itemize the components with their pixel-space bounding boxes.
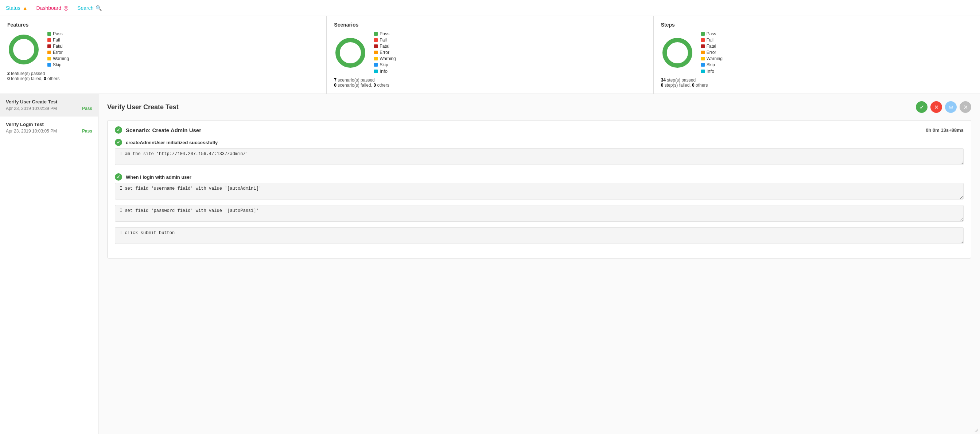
step-header-1: ✓ When I login with admin user [115, 173, 964, 181]
dashboard-label: Dashboard [37, 5, 62, 11]
fail-button[interactable]: ✕ [931, 101, 942, 113]
steps-legend: Pass Fail Fatal Error Warning Skip [701, 31, 722, 67]
step-check-icon-0: ✓ [115, 139, 122, 146]
summary-row: Features Pass Fail Fatal Error Warning S… [0, 16, 980, 94]
scenarios-stats: 7 scenario(s) passed 0 scenario(s) faile… [334, 78, 646, 88]
pass-button[interactable]: ✓ [916, 101, 928, 113]
features-donut [7, 33, 40, 66]
search-icon: 🔍 [95, 5, 102, 11]
sidebar-item-status-1: Pass [82, 128, 92, 134]
svg-point-1 [337, 40, 363, 65]
scenarios-legend: Pass Fail Fatal Error Warning Skip [374, 31, 396, 67]
scenario-check-icon: ✓ [115, 126, 122, 134]
features-panel: Features Pass Fail Fatal Error Warning S… [0, 16, 327, 93]
steps-donut [661, 36, 694, 69]
skip-button[interactable]: ✕ [959, 101, 971, 113]
scenarios-panel: Scenarios Pass Fail Fatal Error Warning … [327, 16, 653, 93]
sidebar: Verify User Create Test Apr 23, 2019 10:… [0, 94, 99, 434]
content-area: Verify User Create Test ✓ ✕ ✉ ✕ ✓ Scenar… [99, 94, 980, 434]
top-navigation: Status ▲ Dashboard ◎ Search 🔍 [0, 0, 980, 16]
status-label: Status [6, 5, 21, 11]
dashboard-icon: ◎ [64, 4, 68, 11]
sidebar-item-date-0: Apr 23, 2019 10:02:39 PM [6, 106, 57, 111]
info-button[interactable]: ✉ [945, 101, 957, 113]
search-label: Search [77, 5, 93, 11]
sidebar-item-date-1: Apr 23, 2019 10:03:05 PM [6, 128, 57, 134]
nav-search[interactable]: Search 🔍 [77, 5, 102, 11]
scenario-header: ✓ Scenario: Create Admin User 0h 0m 13s+… [115, 126, 964, 134]
scenario-title: ✓ Scenario: Create Admin User [115, 126, 201, 134]
step-code-1a[interactable]: I set field 'username field' with value … [115, 183, 964, 200]
features-stats: 2 feature(s) passed 0 feature(s) failed,… [7, 71, 319, 81]
step-code-1c[interactable]: I click submit button [115, 227, 964, 244]
step-item-1: ✓ When I login with admin user I set fie… [115, 173, 964, 247]
steps-title: Steps [661, 22, 973, 28]
features-title: Features [7, 22, 319, 28]
nav-status[interactable]: Status ▲ [6, 5, 28, 11]
scenarios-donut [334, 36, 367, 69]
steps-stats: 34 step(s) passed 0 step(s) failed, 0 ot… [661, 78, 973, 88]
sidebar-item-verify-login[interactable]: Verify Login Test Apr 23, 2019 10:03:05 … [0, 117, 98, 139]
step-code-1b[interactable]: I set field 'password field' with value … [115, 205, 964, 222]
nav-dashboard[interactable]: Dashboard ◎ [37, 4, 69, 11]
svg-point-0 [11, 37, 37, 62]
step-item-0: ✓ createAdminUser initialized successful… [115, 139, 964, 168]
step-header-0: ✓ createAdminUser initialized successful… [115, 139, 964, 146]
scenarios-title: Scenarios [334, 22, 646, 28]
step-check-icon-1: ✓ [115, 173, 122, 181]
sidebar-item-verify-user[interactable]: Verify User Create Test Apr 23, 2019 10:… [0, 94, 98, 117]
content-title: Verify User Create Test [107, 103, 179, 111]
sidebar-item-status-0: Pass [82, 106, 92, 111]
scenario-block: ✓ Scenario: Create Admin User 0h 0m 13s+… [107, 120, 971, 258]
content-header: Verify User Create Test ✓ ✕ ✉ ✕ [107, 101, 971, 113]
status-icon: ▲ [22, 5, 28, 11]
features-legend: Pass Fail Fatal Error Warning Skip [48, 31, 69, 67]
header-buttons: ✓ ✕ ✉ ✕ [916, 101, 971, 113]
steps-panel: Steps Pass Fail Fatal Error Warning Skip… [654, 16, 980, 93]
main-area: Verify User Create Test Apr 23, 2019 10:… [0, 94, 980, 434]
scenario-time: 0h 0m 13s+88ms [926, 127, 964, 133]
svg-point-2 [665, 40, 690, 65]
step-code-0[interactable] [115, 148, 964, 165]
